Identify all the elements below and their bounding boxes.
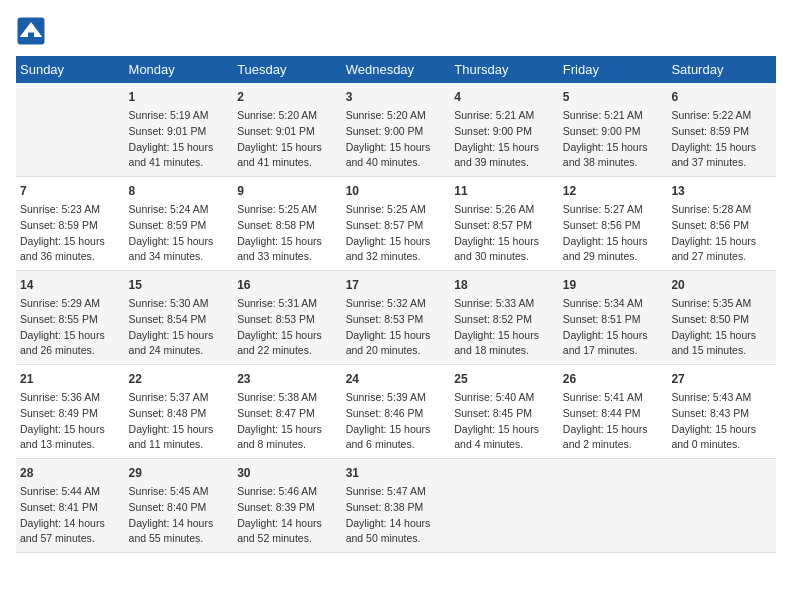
- day-number: 27: [671, 370, 772, 388]
- calendar-cell: 31Sunrise: 5:47 AMSunset: 8:38 PMDayligh…: [342, 459, 451, 553]
- day-info: Sunrise: 5:25 AMSunset: 8:58 PMDaylight:…: [237, 202, 338, 265]
- day-number: 6: [671, 88, 772, 106]
- day-number: 14: [20, 276, 121, 294]
- calendar-cell: 4Sunrise: 5:21 AMSunset: 9:00 PMDaylight…: [450, 83, 559, 177]
- calendar-cell: 13Sunrise: 5:28 AMSunset: 8:56 PMDayligh…: [667, 177, 776, 271]
- logo: [16, 16, 50, 46]
- day-number: 12: [563, 182, 664, 200]
- day-number: 19: [563, 276, 664, 294]
- day-info: Sunrise: 5:28 AMSunset: 8:56 PMDaylight:…: [671, 202, 772, 265]
- day-info: Sunrise: 5:40 AMSunset: 8:45 PMDaylight:…: [454, 390, 555, 453]
- calendar-cell: 28Sunrise: 5:44 AMSunset: 8:41 PMDayligh…: [16, 459, 125, 553]
- day-number: 5: [563, 88, 664, 106]
- day-number: 30: [237, 464, 338, 482]
- calendar-cell: [559, 459, 668, 553]
- header: [16, 16, 776, 46]
- calendar-body: 1Sunrise: 5:19 AMSunset: 9:01 PMDaylight…: [16, 83, 776, 553]
- svg-rect-2: [28, 33, 34, 41]
- calendar-week-row: 1Sunrise: 5:19 AMSunset: 9:01 PMDaylight…: [16, 83, 776, 177]
- calendar-cell: 12Sunrise: 5:27 AMSunset: 8:56 PMDayligh…: [559, 177, 668, 271]
- calendar-cell: 29Sunrise: 5:45 AMSunset: 8:40 PMDayligh…: [125, 459, 234, 553]
- day-info: Sunrise: 5:43 AMSunset: 8:43 PMDaylight:…: [671, 390, 772, 453]
- calendar-week-row: 21Sunrise: 5:36 AMSunset: 8:49 PMDayligh…: [16, 365, 776, 459]
- day-number: 8: [129, 182, 230, 200]
- logo-icon: [16, 16, 46, 46]
- calendar-cell: 11Sunrise: 5:26 AMSunset: 8:57 PMDayligh…: [450, 177, 559, 271]
- day-info: Sunrise: 5:20 AMSunset: 9:00 PMDaylight:…: [346, 108, 447, 171]
- day-info: Sunrise: 5:19 AMSunset: 9:01 PMDaylight:…: [129, 108, 230, 171]
- day-number: 29: [129, 464, 230, 482]
- calendar-cell: 6Sunrise: 5:22 AMSunset: 8:59 PMDaylight…: [667, 83, 776, 177]
- day-info: Sunrise: 5:34 AMSunset: 8:51 PMDaylight:…: [563, 296, 664, 359]
- day-number: 11: [454, 182, 555, 200]
- day-info: Sunrise: 5:41 AMSunset: 8:44 PMDaylight:…: [563, 390, 664, 453]
- day-info: Sunrise: 5:44 AMSunset: 8:41 PMDaylight:…: [20, 484, 121, 547]
- day-header: Wednesday: [342, 56, 451, 83]
- day-info: Sunrise: 5:37 AMSunset: 8:48 PMDaylight:…: [129, 390, 230, 453]
- calendar-cell: 22Sunrise: 5:37 AMSunset: 8:48 PMDayligh…: [125, 365, 234, 459]
- day-number: 23: [237, 370, 338, 388]
- day-info: Sunrise: 5:31 AMSunset: 8:53 PMDaylight:…: [237, 296, 338, 359]
- calendar-cell: 5Sunrise: 5:21 AMSunset: 9:00 PMDaylight…: [559, 83, 668, 177]
- day-number: 2: [237, 88, 338, 106]
- day-info: Sunrise: 5:39 AMSunset: 8:46 PMDaylight:…: [346, 390, 447, 453]
- day-number: 25: [454, 370, 555, 388]
- calendar-cell: 16Sunrise: 5:31 AMSunset: 8:53 PMDayligh…: [233, 271, 342, 365]
- day-info: Sunrise: 5:24 AMSunset: 8:59 PMDaylight:…: [129, 202, 230, 265]
- day-number: 28: [20, 464, 121, 482]
- day-info: Sunrise: 5:20 AMSunset: 9:01 PMDaylight:…: [237, 108, 338, 171]
- day-info: Sunrise: 5:25 AMSunset: 8:57 PMDaylight:…: [346, 202, 447, 265]
- calendar-cell: 15Sunrise: 5:30 AMSunset: 8:54 PMDayligh…: [125, 271, 234, 365]
- calendar-header: SundayMondayTuesdayWednesdayThursdayFrid…: [16, 56, 776, 83]
- day-header: Monday: [125, 56, 234, 83]
- calendar-cell: 18Sunrise: 5:33 AMSunset: 8:52 PMDayligh…: [450, 271, 559, 365]
- calendar-cell: 2Sunrise: 5:20 AMSunset: 9:01 PMDaylight…: [233, 83, 342, 177]
- day-info: Sunrise: 5:36 AMSunset: 8:49 PMDaylight:…: [20, 390, 121, 453]
- day-number: 17: [346, 276, 447, 294]
- day-number: 21: [20, 370, 121, 388]
- day-number: 24: [346, 370, 447, 388]
- day-number: 10: [346, 182, 447, 200]
- calendar-cell: 9Sunrise: 5:25 AMSunset: 8:58 PMDaylight…: [233, 177, 342, 271]
- day-info: Sunrise: 5:22 AMSunset: 8:59 PMDaylight:…: [671, 108, 772, 171]
- day-info: Sunrise: 5:29 AMSunset: 8:55 PMDaylight:…: [20, 296, 121, 359]
- day-header: Thursday: [450, 56, 559, 83]
- calendar-week-row: 28Sunrise: 5:44 AMSunset: 8:41 PMDayligh…: [16, 459, 776, 553]
- day-number: 1: [129, 88, 230, 106]
- day-info: Sunrise: 5:45 AMSunset: 8:40 PMDaylight:…: [129, 484, 230, 547]
- day-info: Sunrise: 5:47 AMSunset: 8:38 PMDaylight:…: [346, 484, 447, 547]
- calendar-cell: 25Sunrise: 5:40 AMSunset: 8:45 PMDayligh…: [450, 365, 559, 459]
- day-info: Sunrise: 5:21 AMSunset: 9:00 PMDaylight:…: [563, 108, 664, 171]
- calendar-cell: 3Sunrise: 5:20 AMSunset: 9:00 PMDaylight…: [342, 83, 451, 177]
- calendar-cell: 24Sunrise: 5:39 AMSunset: 8:46 PMDayligh…: [342, 365, 451, 459]
- calendar-cell: 19Sunrise: 5:34 AMSunset: 8:51 PMDayligh…: [559, 271, 668, 365]
- calendar-cell: [667, 459, 776, 553]
- day-number: 13: [671, 182, 772, 200]
- calendar-cell: 17Sunrise: 5:32 AMSunset: 8:53 PMDayligh…: [342, 271, 451, 365]
- day-info: Sunrise: 5:46 AMSunset: 8:39 PMDaylight:…: [237, 484, 338, 547]
- day-number: 15: [129, 276, 230, 294]
- day-info: Sunrise: 5:27 AMSunset: 8:56 PMDaylight:…: [563, 202, 664, 265]
- day-info: Sunrise: 5:23 AMSunset: 8:59 PMDaylight:…: [20, 202, 121, 265]
- calendar-cell: 30Sunrise: 5:46 AMSunset: 8:39 PMDayligh…: [233, 459, 342, 553]
- day-info: Sunrise: 5:35 AMSunset: 8:50 PMDaylight:…: [671, 296, 772, 359]
- day-number: 3: [346, 88, 447, 106]
- day-header: Friday: [559, 56, 668, 83]
- day-number: 7: [20, 182, 121, 200]
- day-number: 20: [671, 276, 772, 294]
- day-number: 4: [454, 88, 555, 106]
- calendar-cell: 21Sunrise: 5:36 AMSunset: 8:49 PMDayligh…: [16, 365, 125, 459]
- calendar-cell: 7Sunrise: 5:23 AMSunset: 8:59 PMDaylight…: [16, 177, 125, 271]
- day-info: Sunrise: 5:32 AMSunset: 8:53 PMDaylight:…: [346, 296, 447, 359]
- day-number: 31: [346, 464, 447, 482]
- calendar-cell: 27Sunrise: 5:43 AMSunset: 8:43 PMDayligh…: [667, 365, 776, 459]
- calendar-cell: 26Sunrise: 5:41 AMSunset: 8:44 PMDayligh…: [559, 365, 668, 459]
- calendar-week-row: 7Sunrise: 5:23 AMSunset: 8:59 PMDaylight…: [16, 177, 776, 271]
- calendar-cell: 23Sunrise: 5:38 AMSunset: 8:47 PMDayligh…: [233, 365, 342, 459]
- day-number: 9: [237, 182, 338, 200]
- calendar-week-row: 14Sunrise: 5:29 AMSunset: 8:55 PMDayligh…: [16, 271, 776, 365]
- calendar-cell: 1Sunrise: 5:19 AMSunset: 9:01 PMDaylight…: [125, 83, 234, 177]
- calendar-cell: [450, 459, 559, 553]
- day-info: Sunrise: 5:33 AMSunset: 8:52 PMDaylight:…: [454, 296, 555, 359]
- day-info: Sunrise: 5:38 AMSunset: 8:47 PMDaylight:…: [237, 390, 338, 453]
